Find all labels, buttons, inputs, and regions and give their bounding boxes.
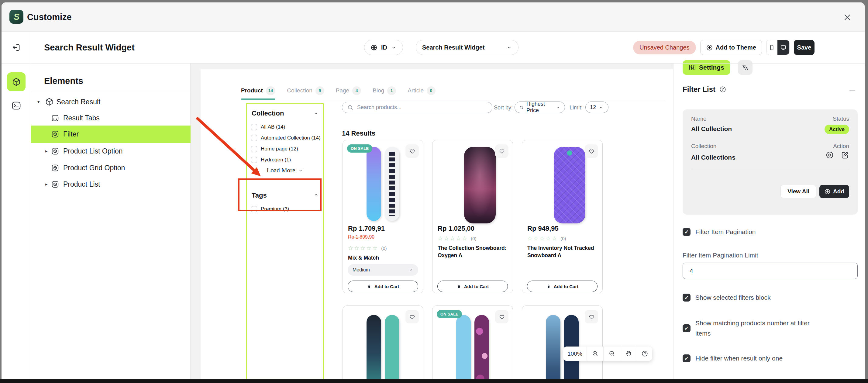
tab-count-badge: 0	[427, 86, 436, 95]
filter-option-hydrogen[interactable]: Hydrogen (1)	[251, 157, 291, 163]
tree-item-label: Filter	[63, 130, 79, 138]
caret-right-icon[interactable]: ▸	[45, 148, 48, 154]
product-card[interactable]: ON SALE	[432, 305, 513, 379]
sort-dropdown[interactable]: Highest Price	[515, 101, 565, 113]
option-show-matching-number[interactable]: Show matching products number at filter …	[683, 318, 817, 338]
view-filter-button[interactable]	[826, 151, 834, 159]
tab-product[interactable]: Product 14	[241, 86, 275, 95]
widget-selector[interactable]: Search Result Widget	[416, 40, 519, 55]
pan-tool-button[interactable]	[620, 347, 637, 361]
product-image	[464, 147, 496, 224]
search-input[interactable]	[357, 104, 473, 111]
wishlist-button[interactable]	[585, 144, 598, 158]
exit-editor-button[interactable]	[11, 43, 21, 52]
tab-count-badge: 4	[352, 86, 361, 95]
tree-item-filter[interactable]: Filter	[31, 125, 191, 143]
checkbox-unchecked[interactable]	[251, 135, 257, 141]
tree-item-result-tabs[interactable]: Result Tabs	[31, 110, 191, 126]
checkbox-checked[interactable]	[683, 228, 690, 236]
tabs-divider	[241, 100, 665, 101]
save-button[interactable]: Save	[794, 40, 814, 55]
tree-item-product-list[interactable]: ▸ Product List	[31, 176, 191, 193]
tree-item-product-list-option[interactable]: ▸ Product List Option	[31, 143, 191, 159]
product-search-field[interactable]	[342, 102, 492, 113]
checkbox-unchecked[interactable]	[251, 206, 257, 212]
view-all-button[interactable]: View All	[780, 185, 816, 198]
filter-option-premium[interactable]: Premium (3)	[251, 206, 289, 212]
tab-blog[interactable]: Blog 1	[373, 86, 396, 95]
add-to-cart-button[interactable]: Add to Cart	[348, 281, 418, 292]
add-filter-button[interactable]: Add	[819, 185, 849, 198]
filter-option-label: Premium (3)	[261, 206, 289, 212]
product-card[interactable]: Rp 1.025,00 ☆☆☆☆☆ (0) The Collection Sno…	[432, 140, 513, 293]
add-to-cart-button[interactable]: Add to Cart	[527, 281, 597, 292]
filter-option-label: Automated Collection (14)	[261, 135, 321, 141]
tab-page[interactable]: Page 4	[336, 86, 361, 95]
add-to-theme-button[interactable]: Add to Theme	[700, 40, 762, 55]
tree-item-search-result[interactable]: ▾ Search Result	[31, 94, 191, 110]
plus-circle-icon	[824, 188, 831, 195]
product-card[interactable]: Rp 949,95 ☆☆☆☆☆ (0) The Inventory Not Tr…	[522, 140, 603, 293]
edit-filter-button[interactable]	[841, 151, 849, 159]
checkbox-checked[interactable]	[683, 324, 690, 332]
product-card[interactable]	[343, 305, 423, 379]
desktop-preview-button[interactable]	[777, 40, 789, 55]
checkbox-checked[interactable]	[683, 354, 690, 362]
filter-option-home-page[interactable]: Home page (12)	[251, 146, 298, 152]
boxed-cube-icon	[51, 130, 59, 138]
add-to-cart-label: Add to Cart	[464, 284, 489, 289]
tab-label: Blog	[373, 87, 384, 94]
chevron-up-icon[interactable]	[314, 192, 319, 197]
product-image	[367, 315, 381, 379]
wishlist-button[interactable]	[585, 310, 598, 323]
product-card[interactable]: ON SALE Rp 1.709,91 Rp 1.899,90 ☆☆☆☆☆ (0…	[343, 140, 423, 293]
tab-label: Page	[336, 87, 349, 94]
code-tab-button[interactable]	[10, 99, 23, 112]
heart-icon	[409, 148, 415, 154]
settings-tab-button[interactable]: Settings	[683, 60, 730, 75]
checkbox-unchecked[interactable]	[251, 124, 257, 130]
help-button[interactable]	[637, 347, 652, 361]
tab-collection[interactable]: Collection 9	[287, 86, 324, 95]
checkbox-unchecked[interactable]	[251, 146, 257, 152]
pagination-limit-input[interactable]	[683, 263, 858, 279]
wishlist-button[interactable]	[405, 310, 419, 323]
caret-down-icon[interactable]: ▾	[37, 99, 40, 105]
checkbox-unchecked[interactable]	[251, 157, 257, 163]
load-more-button[interactable]: Load More	[247, 167, 323, 174]
product-card[interactable]	[522, 305, 603, 379]
mobile-icon	[769, 45, 775, 51]
option-show-selected-filters[interactable]: Show selected filters block	[683, 294, 770, 303]
collapse-section-button[interactable]	[848, 87, 856, 95]
option-filter-item-pagination[interactable]: Filter Item Pagination	[683, 228, 755, 237]
wishlist-button[interactable]	[495, 310, 508, 323]
preview-canvas: Product 14 Collection 9 Page 4 Blog 1 Ar…	[200, 69, 673, 379]
tree-item-product-grid-option[interactable]: Product Grid Option	[31, 159, 191, 176]
elements-tab-button[interactable]	[7, 72, 26, 91]
tab-article[interactable]: Article 0	[408, 86, 436, 95]
limit-dropdown[interactable]: 12	[585, 101, 609, 113]
language-selector[interactable]: ID	[364, 40, 403, 55]
filter-widget-panel[interactable]: Collection All AB (14) Automated Collect…	[246, 104, 324, 379]
translate-tab-button[interactable]	[738, 60, 752, 75]
checkbox-checked[interactable]	[683, 294, 690, 301]
zoom-out-button[interactable]	[603, 347, 620, 361]
close-button[interactable]	[843, 12, 852, 22]
product-price: Rp 1.025,00	[438, 225, 474, 233]
product-image	[456, 315, 471, 379]
filter-option-automated-collection[interactable]: Automated Collection (14)	[251, 135, 321, 141]
zoom-in-button[interactable]	[587, 347, 603, 361]
wishlist-button[interactable]	[405, 144, 419, 158]
chevron-up-icon[interactable]	[313, 111, 319, 116]
add-to-cart-label: Add to Cart	[554, 284, 579, 289]
option-hide-filter-single-result[interactable]: Hide filter when result only one	[683, 354, 783, 363]
mobile-preview-button[interactable]	[767, 40, 777, 55]
wishlist-button[interactable]	[495, 144, 508, 158]
filter-option-all-ab[interactable]: All AB (14)	[251, 124, 285, 130]
tree-item-label: Result Tabs	[63, 114, 100, 122]
caret-right-icon[interactable]: ▸	[45, 181, 48, 187]
add-to-cart-button[interactable]: Add to Cart	[437, 281, 508, 292]
logo-glyph: S	[13, 11, 19, 22]
help-circle-icon[interactable]	[719, 86, 726, 93]
variant-select[interactable]: Medium	[348, 264, 418, 276]
